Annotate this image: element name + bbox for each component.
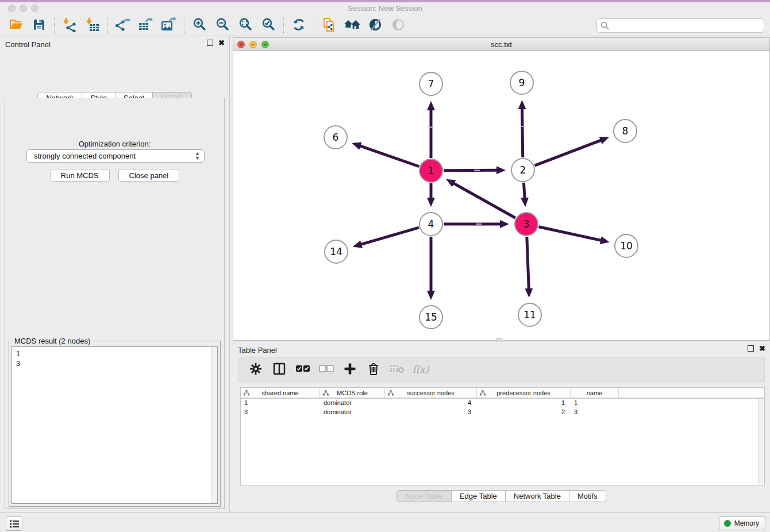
column-header-predecessor-nodes[interactable]: predecessor nodes [477,388,571,398]
tab-node-table[interactable]: Node Table [396,490,452,502]
deselect-all-button[interactable] [319,363,333,376]
cell-predecessor-nodes[interactable]: 2 [477,408,571,417]
houses-button[interactable] [341,16,364,34]
column-label: name [587,390,603,396]
mcds-result-group: MCDS result (2 nodes) 1 3 [9,341,221,507]
eye-icon [391,17,406,34]
cell-successor-nodes[interactable]: 4 [385,399,477,408]
control-panel-title: Control Panel [5,40,51,49]
cell-shared-name[interactable]: 1 [241,399,320,408]
edge-2-8[interactable] [535,140,601,165]
graph-node-2[interactable]: 2 [511,158,535,182]
edge-2-3[interactable] [523,183,525,198]
run-mcds-button[interactable]: Run MCDS [50,169,110,182]
columns-button[interactable] [272,363,286,376]
export-table-button[interactable] [134,16,157,34]
export-network-button[interactable] [111,16,134,34]
refresh-button[interactable] [287,16,310,34]
gear-button[interactable] [249,363,263,376]
graph-node-11[interactable]: 11 [518,303,542,327]
float-table-panel-icon[interactable] [748,345,754,352]
memory-button[interactable]: Memory [719,516,765,530]
graph-node-10[interactable]: 10 [614,234,638,258]
zoom-in-button[interactable] [188,16,211,34]
toolbar-separator [54,17,55,34]
mcds-result-values: 1 3 [16,349,20,368]
cell-shared-name[interactable]: 3 [241,408,320,417]
duplicate-network-button[interactable] [318,16,341,34]
import-table-button[interactable] [81,16,104,34]
zoom-fit-button[interactable] [234,16,257,34]
column-header-name[interactable]: name [571,388,619,398]
column-header-shared-name[interactable]: shared name [241,388,320,398]
edge-2-9[interactable] [522,109,523,157]
zoom-selected-button[interactable] [257,16,280,34]
table-scrollbar[interactable] [758,399,764,485]
table-tabs: Node TableEdge TableNetwork TableMotifs [233,490,770,502]
graph-node-7[interactable]: 7 [419,72,443,96]
delete-table-button[interactable] [390,363,404,376]
graph-node-14[interactable]: 14 [324,240,348,264]
node-table[interactable]: shared nameMCDS rolesuccessor nodesprede… [240,387,765,485]
edge-1-2[interactable] [444,170,497,171]
network-canvas[interactable]: 7968124314101511 [233,51,769,340]
control-panel-header: Control Panel ✖ [0,36,229,52]
graph-node-6[interactable]: 6 [324,125,348,149]
close-table-panel-icon[interactable]: ✖ [759,345,765,352]
zoom-selected-icon [261,17,276,34]
optimization-criterion-select[interactable]: strongly connected component ▲▼ [26,149,205,163]
plus-button[interactable] [343,363,357,376]
export-image-icon [161,17,177,34]
import-network-button[interactable] [58,16,81,34]
close-panel-icon[interactable]: ✖ [218,40,225,46]
tab-edge-table[interactable]: Edge Table [452,490,506,502]
zoom-out-button[interactable] [211,16,234,34]
save-floppy-button[interactable] [28,16,51,34]
select-all-button[interactable] [296,363,310,376]
cell-predecessor-nodes[interactable]: 1 [477,399,571,408]
edge-3-1[interactable] [453,183,515,218]
float-panel-icon[interactable] [207,40,213,46]
cell-MCDS-role[interactable]: dominator [320,399,385,408]
graph-node-9[interactable]: 9 [510,71,534,95]
graph-node-3[interactable]: 3 [514,212,538,236]
table-row-2[interactable]: 3dominator323 [241,408,764,417]
network-window-title: scc.txt [233,40,769,49]
table-header-row: shared nameMCDS rolesuccessor nodesprede… [241,388,764,399]
paint-slash-icon [368,17,383,34]
show-panels-button[interactable] [6,516,22,531]
close-panel-button[interactable]: Close panel [118,169,180,182]
trash-button[interactable] [367,363,380,376]
cell-name[interactable]: 1 [571,399,619,408]
edge-4-14[interactable] [361,228,419,244]
edge-1-6[interactable] [360,146,419,167]
cell-name[interactable]: 3 [571,408,619,417]
graph-node-1[interactable]: 1 [419,159,443,183]
eye-button[interactable] [387,16,410,34]
cell-MCDS-role[interactable]: dominator [320,408,385,417]
cell-successor-nodes[interactable]: 3 [385,408,477,417]
mcds-result-list[interactable]: 1 3 [11,346,218,504]
table-row-1[interactable]: 1dominator411 [241,399,764,408]
columns-icon [272,362,286,377]
column-header-MCDS-role[interactable]: MCDS role [320,388,385,398]
zoom-out-icon [215,17,230,34]
edge-3-11[interactable] [527,237,529,289]
function-button[interactable]: f(x) [414,363,428,376]
graph-node-15[interactable]: 15 [419,305,443,329]
export-image-button[interactable] [157,16,180,34]
edge-3-10[interactable] [538,227,601,241]
select-stepper-icon: ▲▼ [195,151,200,160]
graph-node-4[interactable]: 4 [419,212,443,236]
column-label: shared name [261,390,298,396]
network-window-titlebar[interactable]: × − + scc.txt [233,38,769,51]
tab-network-table[interactable]: Network Table [506,490,569,502]
graph-node-8[interactable]: 8 [613,119,637,143]
paint-slash-button[interactable] [364,16,387,34]
mcds-result-scrollbar[interactable] [211,347,217,503]
open-folder-button[interactable] [5,16,28,34]
search-input[interactable] [596,18,764,33]
column-header-successor-nodes[interactable]: successor nodes [385,388,477,398]
tab-motifs[interactable]: Motifs [569,490,606,502]
network-window: × − + scc.txt 7968124314101511 [233,37,770,341]
